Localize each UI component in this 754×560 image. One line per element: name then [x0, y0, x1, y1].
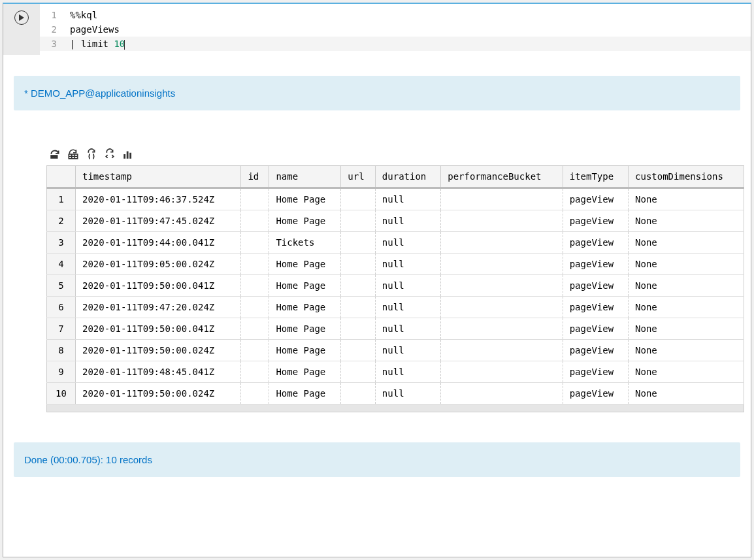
row-number: 7 — [47, 318, 76, 340]
svg-rect-5 — [123, 154, 125, 159]
cell: 2020-01-11T09:44:00.041Z — [76, 232, 241, 254]
cell — [441, 254, 563, 275]
column-header[interactable]: id — [241, 166, 269, 188]
cell — [241, 318, 269, 340]
code-editor[interactable]: 1 %%kql 2 pageViews 3 | limit 10 — [40, 4, 751, 55]
cell: null — [375, 361, 440, 383]
cell: 2020-01-11T09:47:45.024Z — [76, 210, 241, 232]
table-row[interactable]: 12020-01-11T09:46:37.524ZHome Pagenullpa… — [47, 188, 744, 210]
cell: Home Page — [269, 318, 341, 340]
cell — [241, 340, 269, 361]
cell — [241, 361, 269, 383]
cell — [441, 318, 563, 340]
cell: Home Page — [269, 383, 341, 404]
play-icon — [19, 14, 24, 21]
cell: Home Page — [269, 297, 341, 318]
column-header[interactable]: duration — [375, 166, 440, 188]
code-cell: 1 %%kql 2 pageViews 3 | limit 10 — [3, 4, 751, 55]
cell: Home Page — [269, 188, 341, 210]
code-text: pageViews — [70, 22, 751, 37]
table-row[interactable]: 42020-01-11T09:05:00.024ZHome Pagenullpa… — [47, 254, 744, 275]
table-row[interactable]: 102020-01-11T09:50:00.024ZHome Pagenullp… — [47, 383, 744, 404]
cell: Home Page — [269, 275, 341, 297]
table-row[interactable]: 72020-01-11T09:50:00.041ZHome Pagenullpa… — [47, 318, 744, 340]
cell — [441, 188, 563, 210]
table-row[interactable]: 92020-01-11T09:48:45.041ZHome Pagenullpa… — [47, 361, 744, 383]
table-row[interactable]: 32020-01-11T09:44:00.041ZTicketsnullpage… — [47, 232, 744, 254]
cell: null — [375, 232, 440, 254]
cell — [241, 297, 269, 318]
cell: null — [375, 188, 440, 210]
datasource-banner: * DEMO_APP@applicationinsights — [14, 76, 740, 110]
cell: Home Page — [269, 361, 341, 383]
rownum-header — [47, 166, 76, 188]
column-header[interactable]: performanceBucket — [441, 166, 563, 188]
cell: Home Page — [269, 254, 341, 275]
cell — [241, 210, 269, 232]
cell: pageView — [563, 275, 628, 297]
cell: None — [629, 340, 744, 361]
cell: null — [375, 297, 440, 318]
cell — [441, 383, 563, 404]
code-line: 3 | limit 10 — [40, 37, 751, 51]
cell: None — [629, 318, 744, 340]
cell-output: * DEMO_APP@applicationinsights — [3, 76, 751, 477]
cell: 2020-01-11T09:48:45.041Z — [76, 361, 241, 383]
column-header[interactable]: itemType — [563, 166, 628, 188]
column-header[interactable]: timestamp — [76, 166, 241, 188]
table-row[interactable]: 52020-01-11T09:50:00.041ZHome Pagenullpa… — [47, 275, 744, 297]
cell: 2020-01-11T09:50:00.024Z — [76, 383, 241, 404]
cell — [241, 254, 269, 275]
cell — [441, 232, 563, 254]
cell — [341, 318, 376, 340]
table-icon[interactable] — [67, 148, 79, 160]
code-icon[interactable] — [104, 148, 116, 160]
svg-rect-0 — [50, 155, 57, 159]
cell: None — [629, 232, 744, 254]
chart-icon[interactable] — [122, 148, 134, 160]
cell: None — [629, 275, 744, 297]
cell: 2020-01-11T09:05:00.024Z — [76, 254, 241, 275]
notebook-container: 1 %%kql 2 pageViews 3 | limit 10 * DEMO_… — [3, 3, 751, 557]
cell — [341, 275, 376, 297]
cell — [241, 275, 269, 297]
cell — [441, 361, 563, 383]
svg-rect-7 — [129, 153, 131, 159]
cell: pageView — [563, 361, 628, 383]
table-row[interactable]: 22020-01-11T09:47:45.024ZHome Pagenullpa… — [47, 210, 744, 232]
cell: null — [375, 383, 440, 404]
row-number: 4 — [47, 254, 76, 275]
table-scrollbar[interactable] — [46, 404, 744, 412]
cell: None — [629, 361, 744, 383]
cell — [441, 210, 563, 232]
cell — [341, 254, 376, 275]
column-header[interactable]: name — [269, 166, 341, 188]
cell: pageView — [563, 383, 628, 404]
svg-rect-6 — [127, 152, 129, 159]
refresh-icon[interactable] — [49, 148, 61, 160]
cursor-icon — [124, 40, 125, 50]
cell — [341, 340, 376, 361]
run-gutter — [3, 4, 40, 55]
column-header[interactable]: url — [341, 166, 376, 188]
table-header: timestampidnameurldurationperformanceBuc… — [47, 166, 744, 188]
cell: None — [629, 383, 744, 404]
row-number: 5 — [47, 275, 76, 297]
cell — [341, 383, 376, 404]
table-row[interactable]: 62020-01-11T09:47:20.024ZHome Pagenullpa… — [47, 297, 744, 318]
cell: 2020-01-11T09:50:00.041Z — [76, 275, 241, 297]
run-button[interactable] — [14, 10, 29, 25]
cell: Home Page — [269, 340, 341, 361]
column-header[interactable]: customDimensions — [629, 166, 744, 188]
line-number: 3 — [40, 37, 70, 51]
cell: None — [629, 188, 744, 210]
cell — [441, 275, 563, 297]
braces-icon[interactable] — [86, 148, 97, 160]
table-body: 12020-01-11T09:46:37.524ZHome Pagenullpa… — [47, 188, 744, 404]
cell: pageView — [563, 188, 628, 210]
table-row[interactable]: 82020-01-11T09:50:00.024ZHome Pagenullpa… — [47, 340, 744, 361]
code-number-token: 10 — [114, 39, 125, 49]
cell: Home Page — [269, 210, 341, 232]
line-number: 2 — [40, 22, 70, 37]
cell: Tickets — [269, 232, 341, 254]
